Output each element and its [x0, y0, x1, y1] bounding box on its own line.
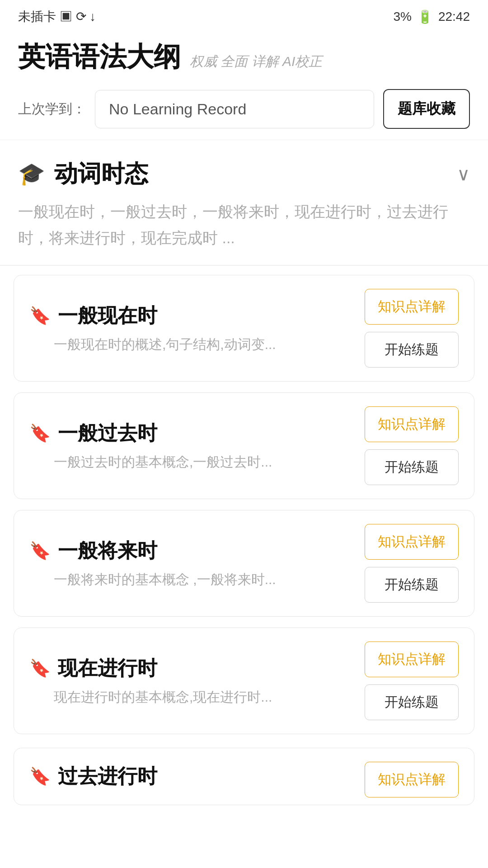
practice-button-3[interactable]: 开始练题 — [365, 567, 459, 603]
item-title-3: 一般将来时 — [58, 538, 157, 564]
partial-detail-button[interactable]: 知识点详解 — [365, 762, 459, 797]
page-title: 英语语法大纲 — [18, 39, 181, 75]
question-bank-button[interactable]: 题库收藏 — [383, 89, 470, 129]
bookmark-icon: 🔖 — [29, 766, 51, 786]
graduation-cap-icon: 🎓 — [18, 161, 45, 187]
last-learned-value: No Learning Record — [95, 90, 374, 128]
item-left-3: 🔖 一般将来时 一般将来时的基本概念 ,一般将来时... — [29, 538, 354, 589]
status-bar: 未插卡 ▣ ⟳ ↓ 3% 🔋 22:42 — [0, 0, 488, 30]
item-desc-1: 一般现在时的概述,句子结构,动词变... — [29, 335, 354, 354]
battery-icon: 🔋 — [417, 9, 433, 24]
item-title-4: 现在进行时 — [58, 655, 157, 682]
practice-button-4[interactable]: 开始练题 — [365, 684, 459, 720]
item-desc-4: 现在进行时的基本概念,现在进行时... — [29, 688, 354, 707]
partial-item-left: 🔖 过去进行时 — [29, 763, 354, 796]
table-row: 🔖 一般将来时 一般将来时的基本概念 ,一般将来时... 知识点详解 开始练题 — [14, 510, 474, 617]
partial-item-actions: 知识点详解 — [365, 762, 459, 797]
item-left-1: 🔖 一般现在时 一般现在时的概述,句子结构,动词变... — [29, 302, 354, 354]
detail-button-2[interactable]: 知识点详解 — [365, 406, 459, 442]
item-desc-3: 一般将来时的基本概念 ,一般将来时... — [29, 571, 354, 589]
table-row: 🔖 过去进行时 知识点详解 — [14, 748, 474, 805]
section-description: 一般现在时，一般过去时，一般将来时，现在进行时，过去进行时，将来进行时，现在完成… — [0, 194, 488, 265]
header: 英语语法大纲 权威 全面 详解 AI校正 上次学到： No Learning R… — [0, 30, 488, 140]
time-display: 22:42 — [438, 9, 470, 24]
item-title-2: 一般过去时 — [58, 420, 157, 447]
item-left-2: 🔖 一般过去时 一般过去时的基本概念,一般过去时... — [29, 420, 354, 472]
detail-button-1[interactable]: 知识点详解 — [365, 289, 459, 325]
detail-button-3[interactable]: 知识点详解 — [365, 524, 459, 560]
page-subtitle: 权威 全面 详解 AI校正 — [190, 52, 322, 71]
table-row: 🔖 一般现在时 一般现在时的概述,句子结构,动词变... 知识点详解 开始练题 — [14, 275, 474, 382]
table-row: 🔖 一般过去时 一般过去时的基本概念,一般过去时... 知识点详解 开始练题 — [14, 392, 474, 499]
section-divider — [0, 265, 488, 266]
item-actions-2: 知识点详解 开始练题 — [365, 406, 459, 485]
status-carrier: 未插卡 ▣ ⟳ ↓ — [18, 8, 96, 25]
item-actions-4: 知识点详解 开始练题 — [365, 642, 459, 720]
last-learned-label: 上次学到： — [18, 100, 86, 118]
table-row: 🔖 现在进行时 现在进行时的基本概念,现在进行时... 知识点详解 开始练题 — [14, 627, 474, 734]
item-desc-2: 一般过去时的基本概念,一般过去时... — [29, 453, 354, 472]
practice-button-2[interactable]: 开始练题 — [365, 449, 459, 485]
section-header-left: 🎓 动词时态 — [18, 158, 148, 190]
practice-button-1[interactable]: 开始练题 — [365, 332, 459, 368]
status-right: 3% 🔋 22:42 — [393, 9, 470, 24]
partial-item-title: 过去进行时 — [58, 763, 157, 790]
status-left: 未插卡 ▣ ⟳ ↓ — [18, 8, 96, 25]
bookmark-icon: 🔖 — [29, 541, 51, 561]
bookmark-icon: 🔖 — [29, 306, 51, 326]
item-actions-1: 知识点详解 开始练题 — [365, 289, 459, 368]
chevron-down-icon[interactable]: ∨ — [457, 164, 470, 184]
item-left-4: 🔖 现在进行时 现在进行时的基本概念,现在进行时... — [29, 655, 354, 707]
section-header[interactable]: 🎓 动词时态 ∨ — [0, 140, 488, 194]
bookmark-icon: 🔖 — [29, 658, 51, 678]
detail-button-4[interactable]: 知识点详解 — [365, 642, 459, 677]
battery-level: 3% — [393, 9, 411, 24]
items-container: 🔖 一般现在时 一般现在时的概述,句子结构,动词变... 知识点详解 开始练题 … — [0, 275, 488, 734]
bookmark-icon: 🔖 — [29, 423, 51, 443]
item-title-1: 一般现在时 — [58, 302, 157, 329]
item-actions-3: 知识点详解 开始练题 — [365, 524, 459, 603]
section-title: 动词时态 — [54, 158, 148, 190]
